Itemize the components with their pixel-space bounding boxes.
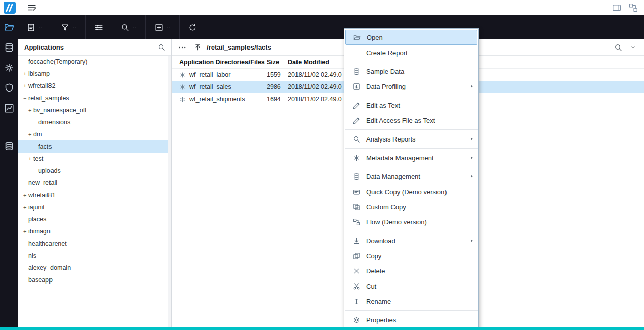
magnifier-icon [121, 23, 129, 32]
menu-item-copy[interactable]: Copy [344, 248, 478, 263]
menu-item-open[interactable]: Open [345, 30, 477, 45]
tree-item-retail-samples[interactable]: −retail_samples [18, 92, 168, 104]
icon-spacer [353, 49, 360, 57]
tree-item-iajunit[interactable]: +iajunit [18, 201, 168, 213]
tree-item-nls[interactable]: nls [18, 250, 168, 262]
left-rail [0, 15, 18, 327]
tree-item-facts[interactable]: facts [18, 140, 168, 153]
sidebar-search-icon[interactable] [158, 43, 165, 51]
expand-icon[interactable]: + [28, 107, 33, 113]
tree-item-label: retail_samples [28, 95, 69, 102]
quick-copy-icon [353, 188, 360, 196]
tree-item-dimensions[interactable]: dimensions [18, 116, 168, 128]
tree-item-bv-namespace-off[interactable]: +bv_namespace_off [18, 104, 168, 116]
table-filter-chevron-icon[interactable] [630, 44, 636, 50]
expand-icon[interactable]: + [23, 71, 28, 77]
menu-item-label: Properties [366, 316, 396, 324]
expand-icon[interactable]: + [23, 228, 28, 234]
rail-item-security[interactable] [4, 83, 14, 93]
menu-item-edit-as-text[interactable]: Edit as Text [344, 98, 478, 113]
menu-item-properties[interactable]: Properties [344, 312, 478, 327]
share-icon[interactable] [629, 3, 638, 12]
menu-separator [345, 96, 478, 96]
tree-item-uploads[interactable]: uploads [18, 165, 168, 177]
tree-item-label: foccache(Temporary) [28, 58, 87, 65]
tree-item-foccache-temporary[interactable]: foccache(Temporary) [18, 56, 168, 68]
filter-icon [61, 23, 69, 32]
expand-icon[interactable]: + [23, 83, 28, 89]
menu-item-custom-copy[interactable]: Custom Copy [344, 199, 478, 214]
menu-item-quick-copy-demo-version[interactable]: Quick Copy (Demo version) [344, 184, 478, 199]
menu-item-label: Analysis Reports [366, 135, 416, 143]
menu-item-delete[interactable]: Delete [344, 263, 478, 278]
file-size: 2986 [267, 83, 288, 90]
menu-separator [345, 231, 478, 231]
column-header-size[interactable]: Size [267, 59, 288, 66]
tree-item-baseapp[interactable]: baseapp [18, 274, 168, 286]
hamburger-menu-icon[interactable] [27, 3, 37, 13]
sidebar-scrollbar[interactable] [168, 56, 171, 327]
more-actions-button[interactable] [178, 43, 187, 52]
menu-item-create-report[interactable]: Create Report [344, 45, 478, 60]
tree-item-alexey-domain[interactable]: alexey_domain [18, 262, 168, 274]
menu-item-label: Data Profiling [366, 83, 406, 90]
expand-icon[interactable]: + [28, 131, 33, 137]
menu-item-data-profiling[interactable]: Data Profiling [344, 79, 478, 94]
tree-item-label: iajunit [28, 204, 45, 211]
tree-item-ibimagn[interactable]: +ibimagn [18, 225, 168, 238]
status-accent-bar [0, 327, 644, 330]
table-search-icon[interactable] [614, 43, 622, 52]
menu-item-flow-demo-version[interactable]: Flow (Demo version) [344, 214, 478, 229]
tree-item-label: test [33, 155, 43, 162]
menu-item-metadata-management[interactable]: Metadata Management [344, 150, 478, 165]
menu-separator [345, 310, 478, 311]
zoom-button[interactable] [112, 15, 146, 39]
collapse-icon[interactable]: − [23, 95, 28, 101]
add-button[interactable] [146, 15, 180, 39]
expand-icon[interactable]: + [28, 156, 33, 162]
tree-item-places[interactable]: places [18, 213, 168, 225]
download-icon [353, 237, 360, 245]
menu-separator [345, 62, 478, 62]
rail-item-settings[interactable] [4, 63, 14, 73]
up-directory-button[interactable] [194, 43, 202, 51]
rail-item-data-storage[interactable] [4, 141, 14, 151]
column-header-name[interactable]: Application Directories/Files [172, 59, 267, 66]
tree-item-test[interactable]: +test [18, 153, 168, 165]
refresh-button[interactable] [180, 15, 206, 39]
delete-icon [353, 267, 360, 275]
tree-item-label: baseapp [28, 276, 53, 284]
tree-item-healthcarenet[interactable]: healthcarenet [18, 238, 168, 250]
menu-item-download[interactable]: Download [344, 233, 478, 248]
tree-item-ibisamp[interactable]: +ibisamp [18, 68, 168, 80]
metadata-star-icon [179, 84, 186, 90]
tree-item-dm[interactable]: +dm [18, 128, 168, 140]
tree-item-wfretail81[interactable]: +wfretail81 [18, 189, 168, 201]
menu-item-sample-data[interactable]: Sample Data [344, 64, 478, 79]
metadata-star-icon [179, 72, 186, 78]
panel-toggle-icon[interactable] [612, 3, 621, 12]
rail-item-database[interactable] [4, 42, 14, 53]
menu-item-edit-access-file-as-text[interactable]: Edit Access File as Text [344, 113, 478, 128]
menu-item-label: Quick Copy (Demo version) [366, 188, 447, 196]
rail-item-applications[interactable] [4, 22, 14, 32]
expand-icon[interactable]: + [23, 192, 28, 198]
tree-item-new-retail[interactable]: new_retail [18, 177, 168, 189]
chevron-down-icon [38, 25, 43, 30]
menu-item-cut[interactable]: Cut [344, 278, 478, 294]
filter-button[interactable] [52, 15, 86, 39]
rail-item-analytics[interactable] [4, 103, 14, 113]
menu-item-data-management[interactable]: Data Management [344, 169, 478, 184]
submenu-arrow-icon [469, 84, 474, 89]
menu-item-analysis-reports[interactable]: Analysis Reports [344, 131, 478, 147]
menu-item-rename[interactable]: Rename [344, 294, 478, 309]
tree-item-wfretail82[interactable]: +wfretail82 [18, 80, 168, 92]
applications-panel: Applications foccache(Temporary)+ibisamp… [18, 39, 172, 327]
view-options-button[interactable] [86, 15, 112, 39]
new-item-button[interactable] [18, 15, 52, 39]
pathbar-right-icons [614, 43, 644, 52]
menu-item-label: Download [366, 237, 395, 245]
app-logo[interactable] [4, 2, 16, 14]
top-app-bar [0, 0, 644, 15]
expand-icon[interactable]: + [23, 204, 28, 210]
